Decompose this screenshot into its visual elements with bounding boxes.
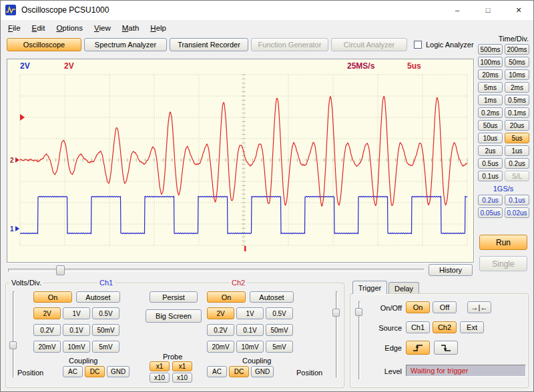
ch2-volts-20mv-button[interactable]: 20mV — [207, 341, 234, 353]
scope-display[interactable]: 2 1 — [7, 59, 474, 263]
ch2-position-slider[interactable] — [336, 291, 338, 378]
ch2-marker-label[interactable]: 2 — [10, 157, 14, 164]
trigger-source-ch2-button[interactable]: Ch2 — [433, 321, 457, 333]
ch2-volts-5mv-button[interactable]: 5mV — [266, 341, 293, 353]
ch1-coupling-dc-button[interactable]: DC — [85, 366, 105, 377]
ch2-coupling-gnd-button[interactable]: GND — [251, 366, 274, 377]
ch2-volts-1v-button[interactable]: 1V — [236, 307, 264, 319]
minimize-button[interactable]: – — [442, 0, 473, 20]
ch2-volts-50mv-button[interactable]: 50mV — [266, 324, 293, 336]
ch2-coupling-ac-button[interactable]: AC — [207, 366, 227, 377]
timediv-gs-0.1us-button[interactable]: 0.1us — [505, 195, 529, 205]
menu-edit[interactable]: Edit — [27, 22, 51, 34]
timediv-gs-0.2us-button[interactable]: 0.2us — [478, 195, 503, 205]
ch2-volts-0.5v-button[interactable]: 0.5V — [266, 307, 293, 319]
timediv-10ms-button[interactable]: 10ms — [505, 69, 529, 80]
trigger-source-ext-button[interactable]: Ext — [460, 321, 484, 333]
ch2-probe-x1-button[interactable]: x1 — [172, 361, 192, 371]
tab-delay[interactable]: Delay — [388, 282, 419, 294]
ch1-volts-20mv-button[interactable]: 20mV — [33, 341, 61, 353]
ch1-volts-50mv-button[interactable]: 50mV — [92, 324, 119, 336]
menu-file[interactable]: File — [3, 22, 26, 34]
trigger-center-button[interactable]: →|← — [467, 301, 491, 313]
close-button[interactable]: ✕ — [503, 0, 534, 20]
ch1-volts-0.5v-button[interactable]: 0.5V — [92, 307, 119, 319]
timediv-100ms-button[interactable]: 100ms — [478, 57, 503, 67]
ch2-volts-0.1v-button[interactable]: 0.1V — [236, 324, 264, 336]
logic-analyzer-checkbox[interactable] — [414, 41, 422, 49]
timediv-0.5us-button[interactable]: 0.5us — [478, 158, 503, 169]
ch1-probe-x10-button[interactable]: x10 — [150, 373, 170, 383]
ch2-autoset-button[interactable]: Autoset — [250, 291, 294, 303]
trigger-off-button[interactable]: Off — [433, 301, 457, 313]
timediv-0.2us-button[interactable]: 0.2us — [505, 158, 529, 169]
trigger-edge-falling-button[interactable] — [434, 341, 458, 355]
ch2-coupling-dc-button[interactable]: DC — [229, 366, 249, 377]
run-button[interactable]: Run — [479, 235, 527, 250]
ch1-volts-10mv-button[interactable]: 10mV — [63, 341, 90, 353]
ch1-coupling-gnd-button[interactable]: GND — [107, 366, 129, 377]
ch1-coupling-ac-button[interactable]: AC — [63, 366, 83, 377]
ch1-position-slider[interactable] — [13, 291, 15, 378]
menu-math[interactable]: Math — [117, 22, 145, 34]
big-screen-button[interactable]: Big Screen — [146, 309, 202, 323]
timediv-0.1us-button[interactable]: 0.1us — [478, 171, 503, 181]
timediv-1ms-button[interactable]: 1ms — [478, 95, 503, 105]
ch1-on-button[interactable]: On — [33, 291, 72, 303]
menu-view[interactable]: View — [89, 22, 116, 34]
trigger-position-marker[interactable] — [244, 246, 246, 251]
timediv-5us-button[interactable]: 5us — [505, 133, 529, 143]
timediv-2ms-button[interactable]: 2ms — [505, 82, 529, 93]
timediv-0.5ms-button[interactable]: 0.5ms — [505, 95, 529, 105]
maximize-button[interactable]: □ — [473, 0, 503, 20]
ch2-probe-x10-button[interactable]: x10 — [172, 373, 192, 383]
ch1-autoset-button[interactable]: Autoset — [76, 291, 120, 303]
tab-transient-recorder[interactable]: Transient Recorder — [170, 38, 248, 51]
timediv-50us-button[interactable]: 50us — [478, 120, 503, 131]
ch2-volts-10mv-button[interactable]: 10mV — [236, 341, 264, 353]
timediv-200ms-button[interactable]: 200ms — [505, 44, 529, 55]
timediv-50ms-button[interactable]: 50ms — [505, 57, 529, 67]
scope-scrollbar-thumb[interactable] — [56, 265, 65, 275]
ch1-volts-1v-button[interactable]: 1V — [63, 307, 90, 319]
timediv-gs-0.02us-button[interactable]: 0.02us — [505, 207, 529, 218]
trigger-on-button[interactable]: On — [406, 301, 430, 313]
timediv-20us-button[interactable]: 20us — [505, 120, 529, 131]
ch2-marker-arrow[interactable] — [15, 157, 19, 163]
tab-function-generator[interactable]: Function Generator — [251, 38, 328, 51]
timediv-5ms-button[interactable]: 5ms — [478, 82, 503, 93]
menu-options[interactable]: Options — [51, 22, 88, 34]
timediv-1us-button[interactable]: 1us — [505, 145, 529, 156]
ch1-marker-label[interactable]: 1 — [10, 225, 14, 233]
timediv-500ms-button[interactable]: 500ms — [478, 44, 503, 55]
tab-oscilloscope[interactable]: Oscilloscope — [7, 38, 81, 51]
timediv-20ms-button[interactable]: 20ms — [478, 69, 503, 80]
timediv-2us-button[interactable]: 2us — [478, 145, 503, 156]
tab-spectrum-analyzer[interactable]: Spectrum Analyzer — [84, 38, 167, 51]
ch2-volts-0.2v-button[interactable]: 0.2V — [207, 324, 234, 336]
ch1-volts-0.1v-button[interactable]: 0.1V — [63, 324, 90, 336]
scope-scrollbar-track[interactable] — [8, 269, 425, 272]
persist-button[interactable]: Persist — [150, 291, 198, 303]
timediv-gs-0.05us-button[interactable]: 0.05us — [478, 207, 503, 218]
single-button[interactable]: Single — [479, 256, 527, 271]
timediv-0.1ms-button[interactable]: 0.1ms — [505, 107, 529, 118]
ch2-position-thumb[interactable] — [332, 309, 340, 317]
ch2-on-button[interactable]: On — [207, 291, 246, 303]
tab-trigger[interactable]: Trigger — [352, 281, 387, 294]
ch1-volts-2v-button[interactable]: 2V — [33, 307, 61, 319]
ch1-probe-x1-button[interactable]: x1 — [150, 361, 170, 371]
trigger-source-ch1-button[interactable]: Ch1 — [406, 321, 430, 333]
ch1-marker-arrow[interactable] — [15, 226, 19, 231]
menu-help[interactable]: Help — [145, 22, 172, 34]
ch2-volts-2v-button[interactable]: 2V — [207, 307, 234, 319]
ch1-volts-5mv-button[interactable]: 5mV — [92, 341, 119, 353]
ch1-volts-0.2v-button[interactable]: 0.2V — [33, 324, 61, 336]
history-button[interactable]: History — [429, 264, 473, 276]
timediv-0.2ms-button[interactable]: 0.2ms — [478, 107, 503, 118]
trigger-level-marker[interactable] — [20, 114, 25, 121]
ch1-position-thumb[interactable] — [9, 341, 17, 349]
trigger-edge-rising-button[interactable] — [406, 341, 430, 355]
timediv-10us-button[interactable]: 10us — [478, 133, 503, 143]
tab-circuit-analyzer[interactable]: Circuit Analyzer — [331, 38, 407, 51]
